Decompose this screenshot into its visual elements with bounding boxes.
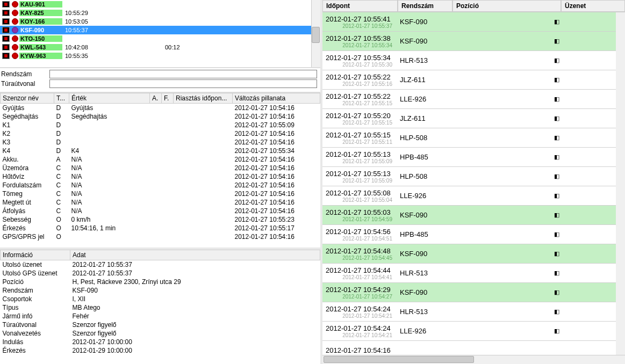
col-data[interactable]: Adat bbox=[70, 250, 320, 260]
info-key: Csoportok bbox=[1, 295, 70, 303]
message-subtime: 2012-01-27 10:54:41 bbox=[326, 274, 394, 280]
sensor-row[interactable]: ÜzemóraCN/A2012-01-27 10:54:16 bbox=[1, 164, 320, 172]
message-subtime: 2012-01-27 10:54:59 bbox=[326, 216, 394, 222]
vehicle-dot-icon bbox=[12, 35, 18, 42]
col-sensor-a[interactable]: A. bbox=[150, 93, 162, 104]
sensor-value bbox=[69, 121, 150, 129]
message-time: 2012-01-27 10:55:202012-01-27 10:55:15 bbox=[322, 111, 398, 127]
vehicle-row[interactable]: KYW-96310:55:35 bbox=[0, 52, 320, 60]
info-row[interactable]: VonalvezetésSzenzor figyelő bbox=[1, 329, 320, 338]
message-icon: ◧ bbox=[552, 212, 616, 219]
col-sensor-value[interactable]: Érték bbox=[69, 93, 150, 104]
vehicle-row[interactable]: KOY-16610:53:05 bbox=[0, 17, 320, 26]
vehicle-time: 10:55:37 bbox=[63, 27, 100, 33]
sensor-row[interactable]: Akku.AN/A2012-01-27 10:54:16 bbox=[1, 155, 320, 164]
info-key: Típus bbox=[1, 303, 70, 312]
sensor-row[interactable]: SegédhajtásDSegédhajtás2012-01-27 10:54:… bbox=[1, 112, 320, 121]
message-row[interactable]: 2012-01-27 10:55:202012-01-27 10:55:15JL… bbox=[322, 109, 616, 128]
vehicle-list[interactable]: KAU-901KAY-82510:55:29KOY-16610:53:05KSF… bbox=[0, 0, 320, 67]
message-row[interactable]: 2012-01-27 10:54:292012-01-27 10:54:27KS… bbox=[322, 283, 616, 302]
vehicle-row[interactable]: KAY-82510:55:29 bbox=[0, 9, 320, 17]
message-row[interactable]: 2012-01-27 10:54:242012-01-27 10:54:21LL… bbox=[322, 322, 616, 341]
info-row[interactable]: TúraútvonalSzenzor figyelő bbox=[1, 321, 320, 329]
sensor-row[interactable]: ÉrkezésO10:54:16, 1 min2012-01-27 10:55:… bbox=[1, 224, 320, 232]
vehicle-row[interactable]: KTO-150 bbox=[0, 34, 320, 43]
sensor-row[interactable]: ÁtfolyásCN/A2012-01-27 10:54:16 bbox=[1, 207, 320, 215]
vehicle-row[interactable]: KWL-54310:42:0800:12 bbox=[0, 43, 320, 52]
scrollbar[interactable] bbox=[311, 0, 320, 67]
message-row[interactable]: 2012-01-27 10:55:222012-01-27 10:55:15LL… bbox=[322, 90, 616, 109]
turautvonal-input[interactable] bbox=[49, 79, 317, 88]
sensor-row[interactable]: K2D2012-01-27 10:54:16 bbox=[1, 129, 320, 138]
info-row[interactable]: RendszámKSF-090 bbox=[1, 286, 320, 295]
col-time[interactable]: Időpont bbox=[322, 0, 398, 12]
message-icon: ◧ bbox=[552, 76, 616, 83]
vehicle-row[interactable]: KAU-901 bbox=[0, 0, 320, 9]
message-row[interactable]: 2012-01-27 10:55:152012-01-27 10:55:11HL… bbox=[322, 128, 616, 148]
message-row[interactable]: 2012-01-27 10:54:16 bbox=[322, 341, 616, 355]
sensor-change: 2012-01-27 10:54:16 bbox=[233, 181, 320, 190]
sensor-row[interactable]: TömegCN/A2012-01-27 10:54:16 bbox=[1, 190, 320, 198]
info-row[interactable]: PozícióH, Pest, Ráckeve 2300, Zrínyi utc… bbox=[1, 278, 320, 286]
message-row[interactable]: 2012-01-27 10:55:082012-01-27 10:55:04LL… bbox=[322, 186, 616, 206]
messages-list[interactable]: 2012-01-27 10:55:412012-01-27 10:55:37KS… bbox=[322, 12, 616, 355]
message-row[interactable]: 2012-01-27 10:55:382012-01-27 10:55:34KS… bbox=[322, 32, 616, 51]
col-sensor-t[interactable]: T... bbox=[54, 93, 69, 104]
info-row[interactable]: Utolsó üzenet2012-01-27 10:55:37 bbox=[1, 260, 320, 269]
sensor-name: Sebesség bbox=[1, 215, 54, 224]
h-scrollbar[interactable] bbox=[322, 355, 625, 364]
col-sensor-alarm[interactable]: Riasztás időpon... bbox=[174, 93, 233, 104]
sensor-row[interactable]: Megtett útCN/A2012-01-27 10:54:16 bbox=[1, 198, 320, 207]
col-msg[interactable]: Üzenet bbox=[561, 0, 625, 12]
rendszam-label: Rendszám bbox=[0, 70, 49, 78]
sensor-row[interactable]: K1D2012-01-27 10:55:09 bbox=[1, 121, 320, 129]
message-plate: KSF-090 bbox=[398, 18, 452, 26]
info-row[interactable]: Indulás2012-01-27 10:00:00 bbox=[1, 338, 320, 346]
col-sensor-name[interactable]: Szenzor név bbox=[1, 93, 54, 104]
sensor-value: N/A bbox=[69, 164, 150, 172]
message-icon: ◧ bbox=[552, 134, 616, 141]
vehicle-row[interactable]: KSF-09010:55:37 bbox=[0, 26, 320, 34]
sensor-row[interactable]: K4DK42012-01-27 10:55:34 bbox=[1, 147, 320, 155]
info-row[interactable]: Utolsó GPS üzenet2012-01-27 10:55:37 bbox=[1, 269, 320, 278]
sensor-row[interactable]: GPS/GPRS jelO2012-01-27 10:54:16 bbox=[1, 232, 320, 241]
message-subtime: 2012-01-27 10:55:37 bbox=[326, 23, 394, 29]
info-row[interactable]: TípusMB Atego bbox=[1, 303, 320, 312]
sensor-change: 2012-01-27 10:55:23 bbox=[233, 215, 320, 224]
info-value: MB Atego bbox=[70, 303, 320, 312]
col-plate[interactable]: Rendszám bbox=[398, 0, 452, 12]
info-table[interactable]: Információ Adat Utolsó üzenet2012-01-27 … bbox=[0, 250, 320, 355]
sensor-value bbox=[69, 129, 150, 138]
sensor-row[interactable]: HűtővízCN/A2012-01-27 10:54:16 bbox=[1, 172, 320, 181]
sensor-row[interactable]: SebességO0 km/h2012-01-27 10:55:23 bbox=[1, 215, 320, 224]
col-sensor-f[interactable]: F. bbox=[162, 93, 174, 104]
message-row[interactable]: 2012-01-27 10:54:562012-01-27 10:54:51HP… bbox=[322, 225, 616, 244]
sensor-type: A bbox=[54, 155, 69, 164]
message-row[interactable]: 2012-01-27 10:55:032012-01-27 10:54:59KS… bbox=[322, 206, 616, 225]
message-row[interactable]: 2012-01-27 10:55:132012-01-27 10:55:09HP… bbox=[322, 148, 616, 167]
sensor-row[interactable]: GyújtásDGyújtás2012-01-27 10:54:16 bbox=[1, 104, 320, 112]
message-row[interactable]: 2012-01-27 10:55:342012-01-27 10:55:30HL… bbox=[322, 51, 616, 70]
sensor-name: Fordulatszám bbox=[1, 181, 54, 190]
info-row[interactable]: CsoportokI, XII bbox=[1, 295, 320, 303]
scrollbar[interactable] bbox=[616, 12, 625, 355]
message-row[interactable]: 2012-01-27 10:54:242012-01-27 10:54:21HL… bbox=[322, 302, 616, 322]
info-row[interactable]: Érkezés2012-01-29 10:00:00 bbox=[1, 346, 320, 355]
sensor-row[interactable]: FordulatszámCN/A2012-01-27 10:54:16 bbox=[1, 181, 320, 190]
scrollbar-thumb[interactable] bbox=[312, 27, 320, 43]
message-row[interactable]: 2012-01-27 10:55:222012-01-27 10:55:16JL… bbox=[322, 70, 616, 90]
message-row[interactable]: 2012-01-27 10:54:482012-01-27 10:54:45KS… bbox=[322, 244, 616, 264]
col-pos[interactable]: Pozíció bbox=[452, 0, 561, 12]
sensor-table[interactable]: Szenzor név T... Érték A. F. Riasztás id… bbox=[0, 93, 320, 241]
info-row[interactable]: Jármű infóFehér bbox=[1, 312, 320, 321]
message-row[interactable]: 2012-01-27 10:55:412012-01-27 10:55:37KS… bbox=[322, 12, 616, 32]
sensor-row[interactable]: K3D2012-01-27 10:54:16 bbox=[1, 138, 320, 147]
h-scrollbar-thumb[interactable] bbox=[324, 356, 474, 363]
message-row[interactable]: 2012-01-27 10:54:442012-01-27 10:54:41HL… bbox=[322, 264, 616, 283]
message-row[interactable]: 2012-01-27 10:55:132012-01-27 10:55:09HL… bbox=[322, 167, 616, 186]
col-sensor-change[interactable]: Változás pillanata bbox=[233, 93, 320, 104]
sensor-change: 2012-01-27 10:54:16 bbox=[233, 207, 320, 215]
col-info[interactable]: Információ bbox=[1, 250, 70, 260]
rendszam-input[interactable] bbox=[49, 70, 317, 78]
sensor-name: Segédhajtás bbox=[1, 112, 54, 121]
